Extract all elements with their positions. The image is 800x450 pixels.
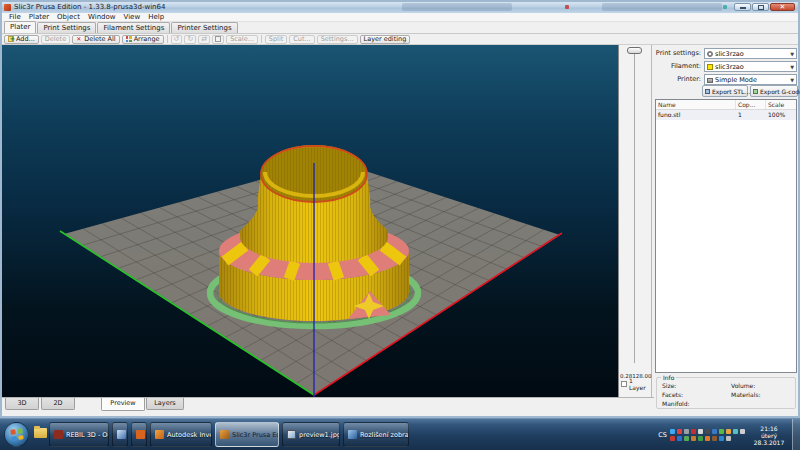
clock-date: 28.3.2017 — [749, 439, 789, 446]
document-app-icon — [117, 430, 126, 439]
print-settings-select[interactable]: slic3rzao ▼ — [704, 48, 797, 59]
printer-icon — [707, 78, 713, 83]
delete-all-icon: ✕ — [76, 36, 82, 42]
chevron-down-icon: ▼ — [790, 51, 794, 57]
add-button[interactable]: Add... — [4, 35, 39, 44]
menu-window[interactable]: Window — [84, 13, 120, 22]
tab-print-settings[interactable]: Print Settings — [37, 22, 96, 33]
scale-box-icon — [215, 36, 221, 42]
gcode-file-icon — [753, 89, 758, 94]
rotate-cw-icon: ↻ — [187, 36, 193, 43]
taskbar-button-slic3r[interactable]: Slic3r Prusa Edition - ... — [215, 422, 279, 447]
tab-filament-settings[interactable]: Filament Settings — [97, 22, 170, 33]
filament-select[interactable]: slic3rzao ▼ — [704, 61, 797, 72]
tray-icon[interactable] — [670, 429, 675, 434]
tab-printer-settings[interactable]: Printer Settings — [171, 22, 237, 33]
tray-icon[interactable] — [712, 436, 717, 441]
tab-plater[interactable]: Plater — [4, 21, 36, 33]
scale-handle-button[interactable] — [212, 35, 224, 44]
background-tab-favicon — [723, 5, 727, 9]
scale-button[interactable]: Scale... — [226, 35, 258, 44]
tray-icon[interactable] — [733, 429, 738, 434]
tray-icon[interactable] — [705, 436, 710, 441]
one-layer-label: 1 Layer — [629, 377, 651, 391]
split-button[interactable]: Split — [265, 35, 287, 44]
background-tab-favicon — [565, 5, 569, 9]
slic3r-window: Slic3r Prusa Edition - 1.33.8-prusa3d-wi… — [0, 0, 800, 418]
delete-button[interactable]: Delete — [41, 35, 70, 44]
view-tab-layers[interactable]: Layers — [146, 398, 184, 410]
taskbar-button-inventor[interactable]: Autodesk Inventor Pr... — [150, 422, 212, 447]
menu-object[interactable]: Object — [53, 13, 84, 22]
taskbar-button-display-settings[interactable]: Rozlišení zobrazení — [343, 422, 409, 447]
taskbar: REBIL 3D - Odeslat o... Autodesk Invento… — [0, 418, 800, 450]
maximize-button[interactable] — [752, 3, 769, 11]
stl-file-icon — [705, 89, 710, 94]
tray-icon[interactable] — [705, 429, 710, 434]
tray-icon[interactable] — [698, 429, 703, 434]
3d-scene — [2, 45, 618, 397]
explorer-folder-icon[interactable] — [34, 428, 47, 438]
clock-day: úterý — [749, 432, 789, 439]
close-button[interactable]: ✕ — [770, 3, 795, 11]
tray-icon[interactable] — [740, 429, 745, 434]
export-gcode-button[interactable]: Export G-code... — [750, 85, 798, 97]
cut-button[interactable]: Cut... — [289, 35, 314, 44]
layer-slider-handle[interactable] — [627, 47, 642, 54]
view-tab-3d[interactable]: 3D — [5, 398, 39, 410]
menu-view[interactable]: View — [120, 13, 145, 22]
view-tab-preview[interactable]: Preview — [101, 398, 145, 411]
tray-icon[interactable] — [691, 436, 696, 441]
taskbar-button-doc[interactable] — [112, 422, 128, 447]
toolbar: Add... Delete ✕Delete All Arrange ↺ ↻ ⇄ … — [2, 34, 798, 45]
start-button[interactable] — [4, 422, 29, 447]
layer-editing-button[interactable]: Layer editing — [360, 35, 411, 44]
tray-icons-row2[interactable] — [670, 436, 745, 441]
tray-icon[interactable] — [698, 436, 703, 441]
rotate-ccw-button[interactable]: ↺ — [171, 35, 183, 44]
info-materials-label: Materials: — [731, 391, 761, 398]
export-stl-button[interactable]: Export STL... — [702, 85, 748, 97]
tray-icon[interactable] — [719, 436, 724, 441]
mirror-button[interactable]: ⇄ — [198, 35, 210, 44]
tray-icon[interactable] — [670, 436, 675, 441]
chevron-down-icon: ▼ — [790, 64, 794, 70]
one-layer-checkbox[interactable] — [621, 381, 627, 387]
arrange-icon — [126, 36, 132, 42]
printer-select[interactable]: Simple Mode ▼ — [704, 74, 797, 85]
taskbar-clock[interactable]: 21:16 úterý 28.3.2017 — [749, 425, 789, 446]
taskbar-button-paint[interactable]: preview1.jpg - Malov... — [282, 422, 340, 447]
language-indicator[interactable]: CS — [658, 431, 667, 439]
taskbar-button-orange-app[interactable] — [131, 422, 147, 447]
tray-icon[interactable] — [712, 429, 717, 434]
table-row[interactable]: funo.stl 1 100% — [656, 110, 796, 120]
show-desktop-button[interactable] — [792, 419, 800, 450]
tray-icon[interactable] — [726, 436, 731, 441]
rotate-cw-button[interactable]: ↻ — [184, 35, 196, 44]
taskbar-button-rebil[interactable]: REBIL 3D - Odeslat o... — [49, 422, 109, 447]
title-bar[interactable]: Slic3r Prusa Edition - 1.33.8-prusa3d-wi… — [2, 2, 798, 13]
object-list: Name Cop... Scale funo.stl 1 100% — [655, 99, 797, 373]
settings-button[interactable]: Settings... — [317, 35, 358, 44]
minimize-button[interactable] — [734, 3, 751, 11]
view-tab-2d[interactable]: 2D — [41, 398, 75, 410]
tray-icon[interactable] — [677, 429, 682, 434]
3d-viewport[interactable] — [2, 45, 618, 397]
tray-icon[interactable] — [684, 436, 689, 441]
layer-slider-track[interactable] — [634, 49, 635, 363]
delete-all-button[interactable]: ✕Delete All — [72, 35, 119, 44]
menu-help[interactable]: Help — [144, 13, 168, 22]
tray-icon[interactable] — [691, 429, 696, 434]
tray-icon[interactable] — [684, 429, 689, 434]
desktop: Slic3r Prusa Edition - 1.33.8-prusa3d-wi… — [0, 0, 800, 450]
app-icon — [4, 4, 11, 11]
close-icon: ✕ — [771, 3, 794, 12]
tray-icon[interactable] — [726, 429, 731, 434]
info-box-title: Info — [661, 374, 676, 381]
arrange-button[interactable]: Arrange — [122, 35, 164, 44]
window-title: Slic3r Prusa Edition - 1.33.8-prusa3d-wi… — [14, 3, 165, 11]
tray-icon[interactable] — [719, 429, 724, 434]
tray-icons-row1[interactable] — [670, 429, 745, 434]
clock-time: 21:16 — [749, 425, 789, 432]
tray-icon[interactable] — [677, 436, 682, 441]
